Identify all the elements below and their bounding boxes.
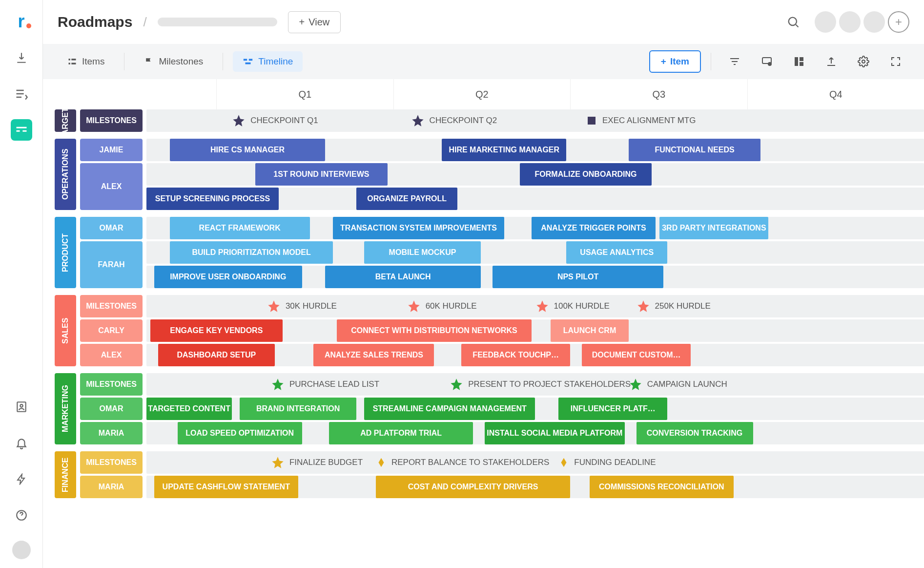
lane-label[interactable]: MILESTONES xyxy=(80,451,143,474)
milestone[interactable]: CHECKPOINT Q1 xyxy=(232,109,318,132)
timeline-bar[interactable]: INFLUENCER PLATF… xyxy=(558,398,667,420)
timeline-bar[interactable]: REACT FRAMEWORK xyxy=(170,217,310,239)
group-label[interactable]: TARGETS xyxy=(55,109,76,132)
lane-label[interactable]: MARIA xyxy=(80,422,143,444)
timeline-bar[interactable]: UPDATE CASHFLOW STATEMENT xyxy=(154,476,298,498)
timeline-bar[interactable]: USAGE ANALYTICS xyxy=(566,241,667,264)
lane-label[interactable]: OMAR xyxy=(80,217,143,239)
timeline-bar[interactable]: BRAND INTEGRATION xyxy=(240,398,356,420)
timeline-bar[interactable]: NPS PILOT xyxy=(493,266,663,288)
swimlane-group-product: PRODUCTOMARREACT FRAMEWORKTRANSACTION SY… xyxy=(55,217,924,290)
lane-label[interactable]: MILESTONES xyxy=(80,373,143,396)
timeline-bar[interactable]: ANALYZE TRIGGER POINTS xyxy=(532,217,656,239)
timeline-bar[interactable]: BETA LAUNCH xyxy=(325,266,481,288)
breadcrumb-separator: / xyxy=(143,15,146,30)
timeline-bar[interactable]: FUNCTIONAL NEEDS xyxy=(629,139,761,161)
bell-icon[interactable] xyxy=(11,432,32,454)
help-icon[interactable] xyxy=(11,505,32,526)
quarter-col: Q2 xyxy=(393,79,571,109)
milestone[interactable]: 250K HURDLE xyxy=(637,295,711,317)
timeline-bar[interactable]: ORGANIZE PAYROLL xyxy=(356,188,457,210)
add-view-button[interactable]: + View xyxy=(288,11,341,33)
group-label[interactable]: OPERATIONS xyxy=(55,139,76,210)
timeline-area: Q1 Q2 Q3 Q4 TARGETSMILESTONESCHECKPOINT … xyxy=(43,79,924,568)
link-icon[interactable] xyxy=(753,56,780,67)
svg-rect-8 xyxy=(244,59,247,61)
lane-label[interactable]: MILESTONES xyxy=(80,109,143,132)
avatar[interactable] xyxy=(863,11,885,33)
add-item-button[interactable]: + Item xyxy=(649,50,701,73)
download-icon[interactable] xyxy=(11,47,32,68)
timeline-bar[interactable]: TRANSACTION SYSTEM IMPROVEMENTS xyxy=(333,217,504,239)
tab-milestones[interactable]: Milestones xyxy=(134,51,213,72)
timeline-bar[interactable]: STREAMLINE CAMPAIGN MANAGEMENT xyxy=(364,398,535,420)
lane-label[interactable]: MILESTONES xyxy=(80,295,143,317)
timeline-bar[interactable]: 1ST ROUND INTERVIEWS xyxy=(255,163,388,186)
timeline-bar[interactable]: 3RD PARTY INTEGRATIONS xyxy=(659,217,768,239)
timeline-bar[interactable]: HIRE MARKETING MANAGER xyxy=(442,139,566,161)
timeline-bar[interactable]: ENGAGE KEY VENDORS xyxy=(150,319,283,342)
timeline-bar[interactable]: FEEDBACK TOUCHP… xyxy=(461,344,570,366)
avatar[interactable] xyxy=(839,11,861,33)
timeline-bar[interactable]: LAUNCH CRM xyxy=(551,319,628,342)
milestone[interactable]: FUNDING DEADLINE xyxy=(558,451,656,474)
milestone[interactable]: PURCHASE LEAD LIST xyxy=(271,373,379,396)
timeline-bar[interactable]: COST AND COMPLEXITY DRIVERS xyxy=(376,476,570,498)
milestone[interactable]: FINALIZE BUDGET xyxy=(271,451,363,474)
group-label[interactable]: SALES xyxy=(55,295,76,366)
milestone[interactable]: 60K HURDLE xyxy=(407,295,477,317)
milestone[interactable]: CHECKPOINT Q2 xyxy=(411,109,497,132)
group-label[interactable]: PRODUCT xyxy=(55,217,76,288)
timeline-bar[interactable]: CONNECT WITH DISTRIBUTION NETWORKS xyxy=(337,319,531,342)
lane-label[interactable]: ALEX xyxy=(80,344,143,366)
lane-label[interactable]: MARIA xyxy=(80,476,143,498)
timeline-bar[interactable]: FORMALIZE ONBOARDING xyxy=(520,163,652,186)
list-play-icon[interactable] xyxy=(11,83,32,105)
tab-items[interactable]: Items xyxy=(58,51,114,72)
lane-label[interactable]: CARLY xyxy=(80,319,143,342)
timeline-nav-icon[interactable] xyxy=(11,119,32,141)
group-label[interactable]: MARKETING xyxy=(55,373,76,444)
bolt-icon[interactable] xyxy=(11,468,32,490)
page-header: Roadmaps / + View + xyxy=(43,0,924,44)
contacts-icon[interactable] xyxy=(11,396,32,418)
lane-label[interactable]: FARAH xyxy=(80,241,143,288)
timeline-bar[interactable]: IMPROVE USER ONBOARDING xyxy=(154,266,302,288)
layout-icon[interactable] xyxy=(785,56,813,67)
milestone[interactable]: EXEC ALIGNMENT MTG xyxy=(586,109,696,132)
milestone[interactable]: 100K HURDLE xyxy=(535,295,610,317)
search-icon[interactable] xyxy=(782,11,804,33)
timeline-bar[interactable]: CONVERSION TRACKING xyxy=(637,422,753,444)
group-label[interactable]: FINANCE xyxy=(55,451,76,498)
timeline-bar[interactable]: LOAD SPEED OPTIMIZATION xyxy=(178,422,302,444)
filter-icon[interactable] xyxy=(721,56,748,67)
timeline-bar[interactable]: BUILD PRIORITIZATION MODEL xyxy=(170,241,333,264)
quarter-col: Q1 xyxy=(216,79,393,109)
timeline-bar[interactable]: ANALYZE SALES TRENDS xyxy=(313,344,434,366)
timeline-bar[interactable]: MOBILE MOCKUP xyxy=(364,241,481,264)
tab-milestones-label: Milestones xyxy=(159,56,203,67)
timeline-bar[interactable]: COMMISSIONS RECONCILIATION xyxy=(590,476,734,498)
lane-label[interactable]: ALEX xyxy=(80,163,143,210)
milestone[interactable]: PRESENT TO PROJECT STAKEHOLDERS xyxy=(450,373,631,396)
milestone[interactable]: CAMPAIGN LAUNCH xyxy=(629,373,727,396)
milestone[interactable]: 30K HURDLE xyxy=(267,295,337,317)
milestone[interactable]: REPORT BALANCE TO STAKEHOLDERS xyxy=(376,451,549,474)
lane-label[interactable]: OMAR xyxy=(80,398,143,420)
timeline-bar[interactable]: DOCUMENT CUSTOM… xyxy=(582,344,691,366)
invite-button[interactable]: + xyxy=(888,11,909,33)
timeline-bar[interactable]: AD PLATFORM TRIAL xyxy=(329,422,473,444)
gear-icon[interactable] xyxy=(850,56,877,67)
tab-timeline[interactable]: Timeline xyxy=(233,51,303,72)
timeline-bar[interactable]: TARGETED CONTENT xyxy=(146,398,232,420)
timeline-bar[interactable]: SETUP SCREENING PROCESS xyxy=(146,188,279,210)
fullscreen-icon[interactable] xyxy=(882,56,909,67)
export-icon[interactable] xyxy=(818,56,845,67)
avatar[interactable] xyxy=(815,11,836,33)
timeline-bar[interactable]: INSTALL SOCIAL MEDIA PLATFORM xyxy=(485,422,625,444)
tab-timeline-label: Timeline xyxy=(258,56,293,67)
timeline-bar[interactable]: HIRE CS MANAGER xyxy=(170,139,326,161)
lane-label[interactable]: JAMIE xyxy=(80,139,143,161)
user-avatar[interactable] xyxy=(12,541,31,559)
timeline-bar[interactable]: DASHBOARD SETUP xyxy=(158,344,275,366)
